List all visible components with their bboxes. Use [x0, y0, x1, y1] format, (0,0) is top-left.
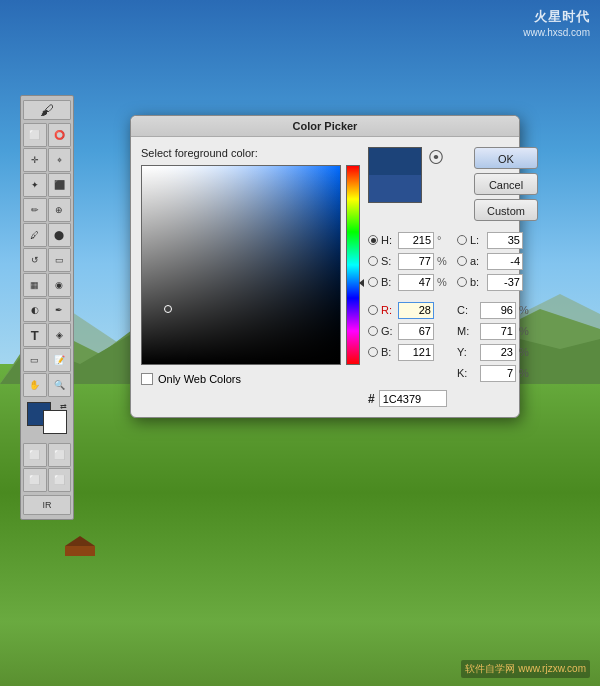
b-lab-row: b:: [457, 273, 538, 291]
h-label: H:: [381, 234, 395, 246]
r-radio[interactable]: [368, 305, 378, 315]
house: [65, 536, 95, 556]
watermark-bottom: 软件自学网 www.rjzxw.com: [461, 660, 590, 678]
r-input[interactable]: [398, 302, 434, 319]
l-radio[interactable]: [457, 235, 467, 245]
h-input[interactable]: [398, 232, 434, 249]
r-row: R:: [368, 301, 449, 319]
g-row: G:: [368, 322, 449, 340]
web-colors-checkbox[interactable]: [141, 373, 153, 385]
hue-slider[interactable]: [346, 165, 360, 365]
watermark-line2: www.hxsd.com: [523, 26, 590, 40]
s-label: S:: [381, 255, 395, 267]
y-input[interactable]: [480, 344, 516, 361]
tool-text[interactable]: T: [23, 323, 47, 347]
tool-hand[interactable]: ✋: [23, 373, 47, 397]
tool-pen[interactable]: ✒: [48, 298, 72, 322]
m-label: M:: [457, 325, 477, 337]
tool-standard-mode[interactable]: ⬜: [48, 443, 72, 467]
color-field[interactable]: [141, 165, 341, 365]
ok-button[interactable]: OK: [474, 147, 538, 169]
b-hsb-row: B: %: [368, 273, 449, 291]
tool-magic-wand[interactable]: ✦: [23, 173, 47, 197]
tool-fullscreen[interactable]: ⬜: [48, 468, 72, 492]
m-input[interactable]: [480, 323, 516, 340]
c-input[interactable]: [480, 302, 516, 319]
select-foreground-label: Select foreground color:: [141, 147, 360, 159]
b-rgb-label: B:: [381, 346, 395, 358]
a-input[interactable]: [487, 253, 523, 270]
swatch-new: [368, 147, 422, 175]
tool-marquee-rect[interactable]: ⬜: [23, 123, 47, 147]
a-radio[interactable]: [457, 256, 467, 266]
tool-gradient[interactable]: ▦: [23, 273, 47, 297]
h-radio[interactable]: [368, 235, 378, 245]
g-radio[interactable]: [368, 326, 378, 336]
hex-input[interactable]: [379, 390, 447, 407]
tool-marquee-ellipse[interactable]: ⭕: [48, 123, 72, 147]
b-hsb-radio[interactable]: [368, 277, 378, 287]
a-row: a:: [457, 252, 538, 270]
g-input[interactable]: [398, 323, 434, 340]
tool-notes[interactable]: 📝: [48, 348, 72, 372]
tool-heal[interactable]: ⊕: [48, 198, 72, 222]
g-label: G:: [381, 325, 395, 337]
s-input[interactable]: [398, 253, 434, 270]
swatch-old: [368, 175, 422, 203]
b-lab-input[interactable]: [487, 274, 523, 291]
k-row: K: %: [457, 364, 538, 382]
cancel-button[interactable]: Cancel: [474, 173, 538, 195]
b-lab-label: b:: [470, 276, 484, 288]
web-colors-label: Only Web Colors: [158, 373, 241, 385]
toolbar: 🖌 ⬜ ⭕ ✛ ⌖ ✦ ⬛ ✏ ⊕ 🖊 ⬤ ↺ ▭ ▦ ◉ ◐ ✒ T ◈ ▭ …: [20, 95, 74, 520]
y-label: Y:: [457, 346, 477, 358]
tool-eraser[interactable]: ▭: [48, 248, 72, 272]
tool-lasso[interactable]: ⌖: [48, 148, 72, 172]
tool-brush[interactable]: 🖌: [23, 100, 71, 120]
svg-rect-3: [65, 546, 95, 556]
tool-move[interactable]: ✛: [23, 148, 47, 172]
l-input[interactable]: [487, 232, 523, 249]
a-label: a:: [470, 255, 484, 267]
tool-path[interactable]: ◈: [48, 323, 72, 347]
background-color[interactable]: [43, 410, 67, 434]
c-unit: %: [519, 304, 531, 316]
b-hsb-input[interactable]: [398, 274, 434, 291]
tool-dodge[interactable]: ◐: [23, 298, 47, 322]
color-swatches: [368, 147, 422, 203]
tool-zoom[interactable]: 🔍: [48, 373, 72, 397]
tool-eyedropper[interactable]: ✏: [23, 198, 47, 222]
tool-history-brush[interactable]: ↺: [23, 248, 47, 272]
hash-label: #: [368, 392, 375, 406]
h-row: H: °: [368, 231, 449, 249]
tool-paintbrush[interactable]: 🖊: [23, 223, 47, 247]
tool-clone[interactable]: ⬤: [48, 223, 72, 247]
tool-shape[interactable]: ▭: [23, 348, 47, 372]
k-input[interactable]: [480, 365, 516, 382]
y-unit: %: [519, 346, 531, 358]
r-label: R:: [381, 304, 395, 316]
l-label: L:: [470, 234, 484, 246]
web-colors-row: Only Web Colors: [141, 373, 360, 385]
tool-blur[interactable]: ◉: [48, 273, 72, 297]
b-rgb-row: B:: [368, 343, 449, 361]
swap-colors-icon[interactable]: ⇄: [60, 402, 67, 411]
s-row: S: %: [368, 252, 449, 270]
s-radio[interactable]: [368, 256, 378, 266]
tool-crop[interactable]: ⬛: [48, 173, 72, 197]
h-unit: °: [437, 234, 449, 246]
m-row: M: %: [457, 322, 538, 340]
custom-button[interactable]: Custom: [474, 199, 538, 221]
tool-quick-mask[interactable]: ⬜: [23, 443, 47, 467]
tool-screen-mode[interactable]: ⬜: [23, 468, 47, 492]
dialog-title: Color Picker: [131, 116, 519, 137]
b-rgb-input[interactable]: [398, 344, 434, 361]
b-lab-radio[interactable]: [457, 277, 467, 287]
l-row: L:: [457, 231, 538, 249]
b-rgb-radio[interactable]: [368, 347, 378, 357]
c-label: C:: [457, 304, 477, 316]
eyedropper-icon[interactable]: ⦿: [428, 149, 444, 167]
svg-marker-4: [65, 536, 95, 546]
b-hsb-unit: %: [437, 276, 449, 288]
tool-imageready[interactable]: IR: [23, 495, 71, 515]
